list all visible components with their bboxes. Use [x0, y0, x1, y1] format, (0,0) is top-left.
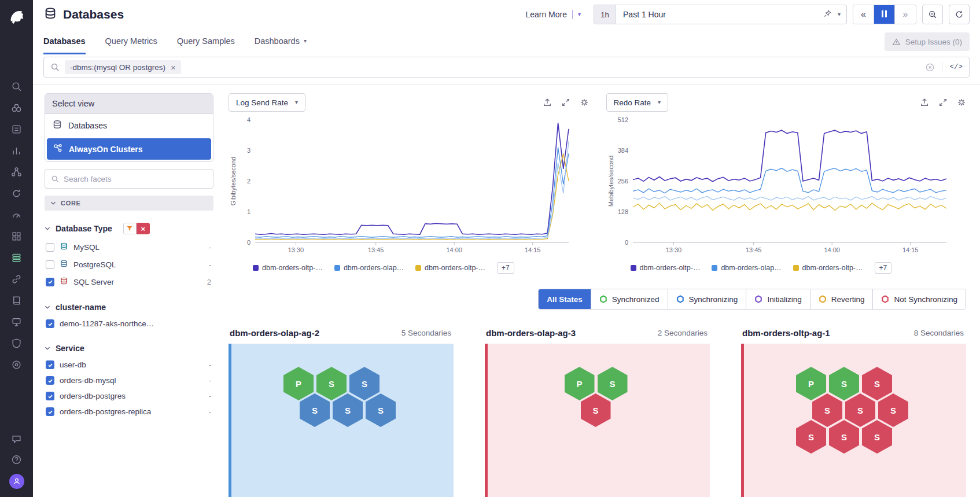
- expand-icon[interactable]: [938, 98, 948, 107]
- facet-item-sql-server[interactable]: SQL Server2: [45, 273, 213, 290]
- processes-icon[interactable]: [10, 165, 23, 178]
- clear-search-icon[interactable]: [925, 62, 935, 72]
- metric-selector-redo-rate[interactable]: Redo Rate▾: [606, 93, 669, 112]
- gear-icon[interactable]: [580, 98, 589, 107]
- gear-icon[interactable]: [957, 98, 966, 107]
- facet-item-orders-db-postgres[interactable]: orders-db-postgres-: [45, 388, 213, 404]
- export-icon[interactable]: [543, 98, 552, 107]
- svg-text:3: 3: [247, 147, 250, 154]
- facet-item-postgresql[interactable]: PostgreSQL-: [45, 256, 213, 273]
- tab-query-samples[interactable]: Query Samples: [177, 29, 235, 54]
- forward-button[interactable]: »: [895, 5, 916, 24]
- checkbox[interactable]: [46, 243, 54, 252]
- ci-icon[interactable]: [10, 358, 23, 371]
- state-filter-synchronizing[interactable]: Synchronizing: [668, 289, 746, 309]
- zoom-out-button[interactable]: [922, 5, 943, 24]
- state-filter-initializing[interactable]: Initializing: [746, 289, 809, 309]
- legend-item[interactable]: dbm-orders-oltp-…: [631, 264, 701, 272]
- checkbox[interactable]: [46, 392, 54, 400]
- facet-header-cluster-name[interactable]: cluster-name: [45, 301, 213, 316]
- tab-dashboards[interactable]: Dashboards▾: [255, 29, 307, 54]
- legend-item[interactable]: dbm-orders-olap…: [334, 264, 404, 272]
- time-media-controls: « »: [853, 5, 916, 24]
- secondary-replica-hex[interactable]: S: [796, 420, 826, 454]
- checkbox[interactable]: [46, 260, 54, 269]
- checkbox[interactable]: [46, 376, 54, 385]
- view-option-alwayson-clusters[interactable]: AlwaysOn Clusters: [47, 138, 211, 160]
- facet-search-box[interactable]: [45, 169, 213, 189]
- facet-item-orders-db-postgres-replica[interactable]: orders-db-postgres-replica-: [45, 404, 213, 419]
- secondary-replica-hex[interactable]: S: [366, 393, 396, 427]
- logs-icon[interactable]: [10, 123, 23, 135]
- svg-text:13:45: 13:45: [368, 246, 384, 253]
- secondary-replica-hex[interactable]: S: [300, 393, 330, 427]
- view-option-databases[interactable]: Databases: [45, 114, 213, 137]
- chevron-down-icon[interactable]: ▾: [838, 12, 841, 17]
- tab-databases[interactable]: Databases: [43, 29, 86, 54]
- cluster-card-dbm-orders-olap-ag-3[interactable]: dbm-orders-olap-ag-32 SecondariesPSS: [485, 322, 710, 497]
- chat-icon[interactable]: [10, 432, 23, 445]
- tab-query-metrics[interactable]: Query Metrics: [105, 29, 157, 54]
- checkbox[interactable]: [46, 407, 54, 416]
- rewind-button[interactable]: «: [853, 5, 874, 24]
- service-map-icon[interactable]: [10, 273, 23, 285]
- watchdog-icon[interactable]: [10, 101, 23, 114]
- filter-chip[interactable]: -dbms:(mysql OR postgres) ×: [65, 60, 181, 74]
- facet-item-mysql[interactable]: MySQL-: [45, 238, 213, 256]
- search-icon[interactable]: [10, 80, 23, 93]
- legend-more-button[interactable]: +7: [875, 262, 892, 274]
- core-section-header[interactable]: CORE: [45, 196, 213, 211]
- integrations-icon[interactable]: [10, 230, 23, 242]
- secondary-replica-hex[interactable]: S: [862, 420, 892, 454]
- secondary-replica-hex[interactable]: S: [333, 393, 363, 427]
- state-filter-all-states[interactable]: All States: [539, 289, 591, 309]
- expand-icon[interactable]: [561, 98, 570, 107]
- time-range-picker[interactable]: 1h Past 1 Hour ▾: [594, 5, 847, 24]
- checkbox[interactable]: [46, 360, 54, 369]
- cluster-card-dbm-orders-oltp-ag-1[interactable]: dbm-orders-oltp-ag-18 SecondariesPSSSSSS…: [741, 322, 966, 497]
- legend-item[interactable]: dbm-orders-oltp-…: [415, 264, 485, 272]
- apm-icon[interactable]: [10, 208, 23, 221]
- datadog-logo-icon[interactable]: [7, 7, 27, 27]
- secondary-replica-hex[interactable]: S: [581, 393, 611, 427]
- pause-button[interactable]: [874, 5, 895, 24]
- user-avatar[interactable]: [9, 474, 24, 489]
- facet-item-user-db[interactable]: user-db-: [45, 357, 213, 373]
- legend-item[interactable]: dbm-orders-olap…: [712, 264, 781, 272]
- pin-icon[interactable]: [823, 9, 832, 20]
- facet-item-demo-11287-aks-northce[interactable]: demo-11287-aks-northce…: [45, 316, 213, 332]
- security-icon[interactable]: [10, 337, 23, 349]
- checkbox[interactable]: [46, 319, 54, 328]
- state-filter-not-synchronizing[interactable]: Not Synchronizing: [872, 289, 966, 309]
- checkbox[interactable]: [46, 278, 54, 286]
- facet-item-count: -: [209, 407, 213, 416]
- facet-filter-icon[interactable]: [123, 223, 137, 234]
- facet-item-orders-db-mysql[interactable]: orders-db-mysql-: [45, 373, 213, 388]
- facet-search-input[interactable]: [64, 175, 207, 183]
- search-input[interactable]: -dbms:(mysql OR postgres) × </>: [43, 57, 970, 78]
- state-filter-reverting[interactable]: Reverting: [810, 289, 873, 309]
- legend-more-button[interactable]: +7: [497, 262, 514, 274]
- legend-item[interactable]: dbm-orders-oltp-…: [793, 264, 863, 272]
- query-syntax-icon[interactable]: </>: [949, 63, 963, 71]
- cluster-card-dbm-orders-olap-ag-2[interactable]: dbm-orders-olap-ag-25 SecondariesPSSSSS: [229, 322, 454, 497]
- facet-clear-button[interactable]: ×: [137, 223, 150, 234]
- monitors-icon[interactable]: [10, 315, 23, 328]
- facet-header-service[interactable]: Service: [45, 343, 213, 357]
- metrics-icon[interactable]: [10, 144, 23, 157]
- notebooks-icon[interactable]: [10, 294, 23, 307]
- facet-item-label: user-db: [60, 360, 86, 369]
- refresh-button[interactable]: [949, 5, 970, 24]
- state-filter-synchronized[interactable]: Synchronized: [591, 289, 668, 309]
- synthetics-icon[interactable]: [10, 187, 23, 200]
- legend-item[interactable]: dbm-orders-oltp-…: [253, 264, 323, 272]
- remove-chip-icon[interactable]: ×: [171, 63, 176, 72]
- learn-more-menu[interactable]: Learn More ▾: [525, 10, 581, 19]
- metric-selector-log-send-rate[interactable]: Log Send Rate▾: [229, 93, 305, 112]
- databases-icon[interactable]: [10, 251, 23, 264]
- setup-issues-button[interactable]: Setup Issues (0): [885, 32, 970, 51]
- facet-header-database-type[interactable]: Database Type×: [45, 222, 213, 238]
- help-icon[interactable]: [10, 453, 23, 466]
- export-icon[interactable]: [920, 98, 929, 107]
- secondary-replica-hex[interactable]: S: [829, 420, 859, 454]
